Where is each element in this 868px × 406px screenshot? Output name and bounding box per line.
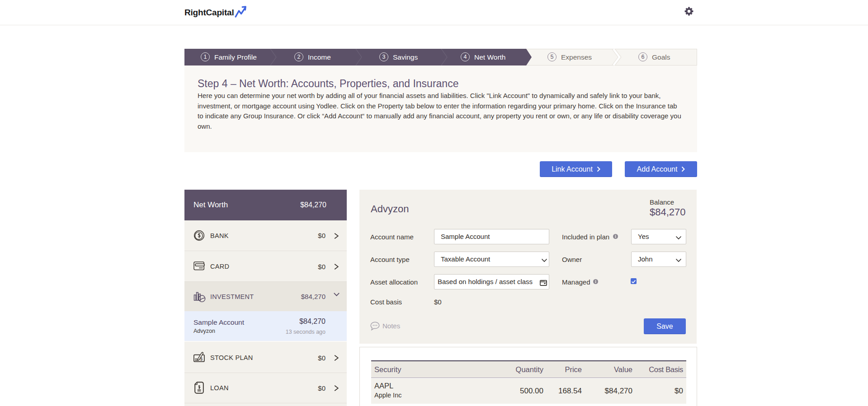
svg-text:$: $ [200, 356, 203, 361]
